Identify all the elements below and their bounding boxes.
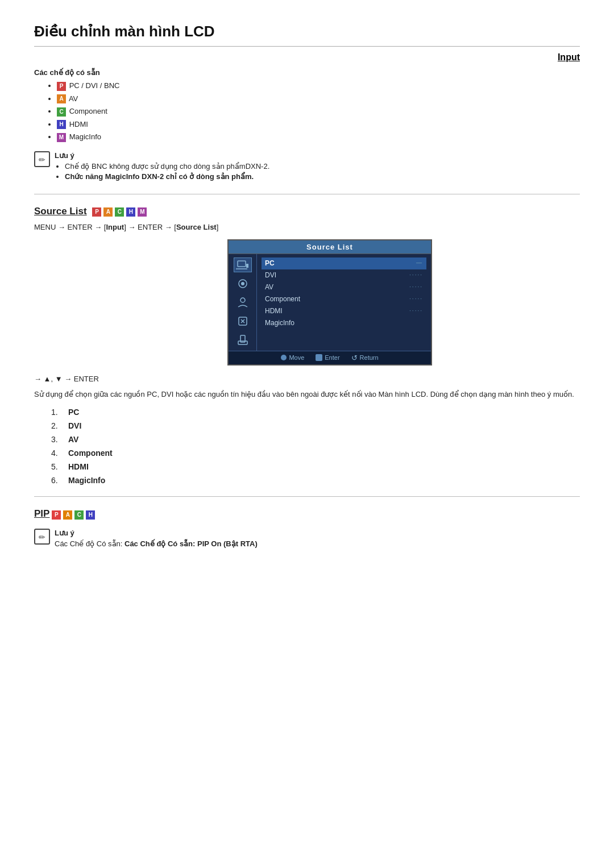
sourcelist-title: Source List: [34, 206, 87, 217]
badge-h-icon: H: [57, 120, 66, 129]
osd-container: Source List: [80, 239, 580, 366]
mode-item-component: C Component: [57, 107, 580, 117]
list-item-hdmi: 5. HDMI: [51, 462, 580, 471]
pip-title: PIP: [34, 508, 49, 519]
osd-screen: Source List: [227, 239, 432, 366]
pip-title-row: PIP P A C H: [34, 508, 580, 520]
menu-sourcelist-label: Source List: [176, 223, 217, 231]
list-num-6: 6.: [51, 476, 63, 485]
list-text-magicinfo: MagicInfo: [68, 476, 105, 485]
osd-item-pc-status: —: [416, 260, 423, 266]
list-item-magicinfo: 6. MagicInfo: [51, 476, 580, 485]
arrow-note: → ▲, ▼ → ENTER: [34, 375, 580, 383]
svg-point-5: [240, 298, 245, 302]
page-title: Điều chỉnh màn hình LCD: [34, 23, 580, 47]
svg-rect-0: [238, 261, 246, 267]
mode-item-magicinfo: M MagicInfo: [57, 132, 580, 142]
osd-footer-return: ↺ Return: [351, 354, 379, 362]
osd-item-dvi-status: ·····: [409, 272, 423, 278]
sl-badge-p: P: [92, 207, 101, 217]
osd-item-component: Component ·····: [262, 293, 426, 305]
osd-sidebar: [229, 254, 257, 351]
osd-item-magicinfo-label: MagicInfo: [265, 319, 294, 327]
list-num-1: 1.: [51, 408, 63, 417]
mode-item-av: A AV: [57, 94, 580, 104]
modes-list: P PC / DVI / BNC A AV C Component H HDMI…: [34, 81, 580, 142]
pip-note-box: ✏ Lưu ý Các Chế độ Có sẵn: Các Chế độ Có…: [34, 529, 580, 548]
svg-point-4: [241, 282, 244, 285]
modes-label: Các chế độ có sẵn: [34, 68, 580, 77]
pip-badge-a: A: [63, 510, 72, 520]
osd-sidebar-icon-2: [234, 277, 252, 291]
sourcelist-badge-row: P A C H M: [92, 207, 148, 217]
note-content: Lưu ý Chế độ BNC không được sử dụng cho …: [55, 151, 269, 182]
osd-enter-label: Enter: [325, 354, 339, 361]
mode-item-pc: P PC / DVI / BNC: [57, 81, 580, 91]
osd-item-magicinfo: MagicInfo: [262, 317, 426, 329]
svg-rect-7: [238, 341, 247, 344]
osd-item-hdmi-status: ·····: [409, 308, 423, 314]
osd-item-av-label: AV: [265, 283, 273, 291]
list-item-component: 4. Component: [51, 448, 580, 458]
note-bullet-1: Chế độ BNC không được sử dụng cho dòng s…: [65, 162, 269, 171]
mode-item-hdmi: H HDMI: [57, 120, 580, 130]
osd-sidebar-icon-1: [234, 258, 252, 272]
osd-sidebar-icon-5: [234, 333, 252, 347]
pip-note-icon: ✏: [34, 529, 50, 545]
pip-note-title: Lưu ý: [55, 529, 258, 537]
sourcelist-description: Sử dụng để chọn giữa các nguồn PC, DVI h…: [34, 389, 580, 401]
osd-item-pc-label: PC: [265, 259, 275, 267]
mode-hdmi-text: HDMI: [69, 120, 88, 128]
osd-return-label: Return: [360, 354, 379, 361]
sl-badge-c: C: [115, 207, 124, 217]
badge-c-icon: C: [57, 107, 66, 117]
list-num-3: 3.: [51, 435, 63, 444]
osd-content: PC — DVI ····· AV ····· Component ·····: [257, 254, 431, 351]
divider-1: [34, 194, 580, 194]
list-num-4: 4.: [51, 448, 63, 458]
list-text-av: AV: [68, 435, 78, 444]
badge-m-icon: M: [57, 133, 66, 142]
list-item-pc: 1. PC: [51, 408, 580, 417]
osd-footer-enter: Enter: [316, 354, 339, 362]
osd-body: PC — DVI ····· AV ····· Component ·····: [229, 254, 431, 351]
pip-badge-p: P: [52, 510, 61, 520]
badge-a-icon: A: [57, 94, 66, 103]
sourcelist-numbered-list: 1. PC 2. DVI 3. AV 4. Component 5. HDMI …: [34, 408, 580, 485]
pip-badge-row: P A C H: [52, 510, 96, 520]
pip-badge-c: C: [74, 510, 84, 520]
osd-item-component-label: Component: [265, 295, 300, 303]
menu-input-label: Input: [106, 223, 124, 231]
menu-path: MENU → ENTER → [Input] → ENTER → [Source…: [34, 223, 580, 231]
osd-item-dvi-label: DVI: [265, 271, 276, 279]
pip-note-text-strong: Các Chế độ Có sẵn: PIP On (Bật RTA): [125, 539, 258, 548]
input-link[interactable]: Input: [558, 52, 580, 62]
osd-move-label: Move: [289, 354, 304, 361]
sl-badge-h: H: [126, 207, 135, 217]
osd-item-component-status: ·····: [409, 296, 423, 302]
osd-item-av-status: ·····: [409, 284, 423, 290]
list-text-pc: PC: [68, 408, 79, 417]
mode-component-text: Component: [69, 107, 107, 115]
osd-item-dvi: DVI ·····: [262, 269, 426, 281]
osd-sidebar-icon-4: [234, 314, 252, 329]
osd-item-pc: PC —: [262, 258, 426, 269]
mode-av-text: AV: [69, 94, 78, 103]
divider-2: [34, 496, 580, 497]
input-note-box: ✏ Lưu ý Chế độ BNC không được sử dụng ch…: [34, 151, 580, 182]
osd-footer-move: Move: [281, 354, 304, 362]
note-bullet-2: Chức năng MagicInfo DXN-2 chỉ có ở dòng …: [65, 172, 269, 181]
list-item-av: 3. AV: [51, 435, 580, 444]
osd-item-av: AV ·····: [262, 281, 426, 293]
return-icon: ↺: [351, 354, 358, 362]
sourcelist-section: Source List P A C H M MENU → ENTER → [In…: [34, 206, 580, 485]
osd-item-hdmi: HDMI ·····: [262, 305, 426, 317]
list-text-hdmi: HDMI: [68, 462, 89, 471]
note-title: Lưu ý: [55, 151, 269, 160]
note-bullets: Chế độ BNC không được sử dụng cho dòng s…: [55, 162, 269, 181]
move-dot-icon: [281, 355, 287, 360]
pip-note-text: Các Chế độ Có sẵn: Các Chế độ Có sẵn: PI…: [55, 539, 258, 548]
sl-badge-a: A: [103, 207, 113, 217]
mode-pc-text: PC / DVI / BNC: [69, 81, 120, 90]
sl-badge-m: M: [138, 207, 147, 217]
